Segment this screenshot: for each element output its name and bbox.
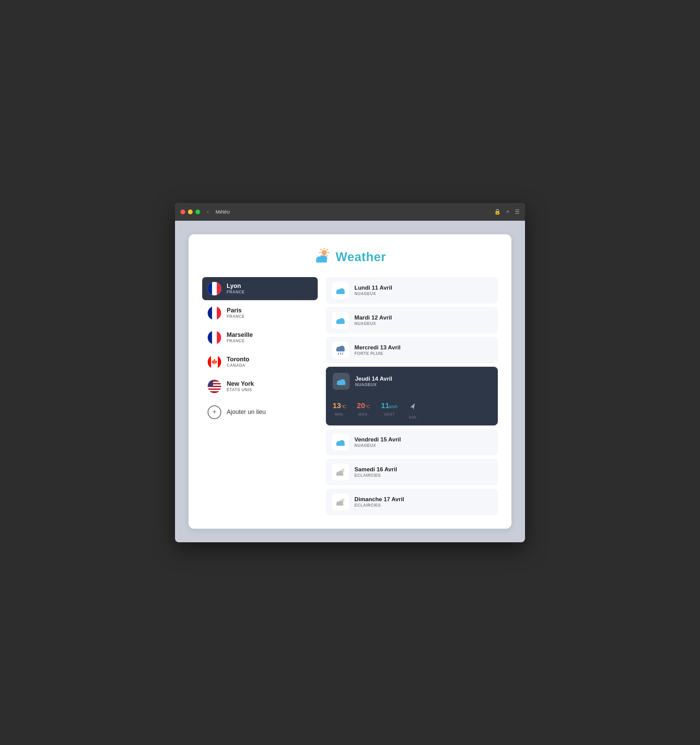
svg-rect-14 <box>208 282 212 295</box>
city-item-lyon[interactable]: Lyon FRANCE <box>202 277 318 300</box>
city-info-paris: Paris FRANCE <box>227 307 245 319</box>
forecast-thursday-top: Jeudi 14 Avril NUAGEUX <box>333 373 491 390</box>
svg-point-64 <box>339 471 343 475</box>
forecast-day-monday: Lundi 11 Avril <box>354 284 392 291</box>
svg-text:🍁: 🍁 <box>211 359 218 365</box>
city-info-toronto: Toronto CANADA <box>227 356 249 368</box>
lock-icon: 🔒 <box>494 208 501 215</box>
forecast-wednesday[interactable]: Mercredi 13 Avril FORTE PLUIE <box>326 337 498 364</box>
forecast-sunday[interactable]: Dimanche 17 Avril ECLAIRCIES <box>326 489 498 515</box>
forecast-day-friday: Vendredi 15 Avril <box>354 436 401 443</box>
rain-icon-wednesday <box>332 342 349 359</box>
add-location-button[interactable]: + Ajouter un lieu <box>202 401 318 424</box>
cloud-icon-thursday <box>333 373 350 390</box>
forecast-info-saturday: Samedi 16 Avril ECLAIRCIES <box>354 466 397 478</box>
city-item-toronto[interactable]: 🍁 Toronto CANADA <box>202 350 318 374</box>
svg-rect-60 <box>336 444 345 446</box>
browser-content: Weather <box>175 221 525 542</box>
close-button[interactable] <box>180 209 185 214</box>
city-list: Lyon FRANCE <box>202 277 318 515</box>
city-country-newyork: ÉTATS UNIS <box>227 387 254 392</box>
city-item-newyork[interactable]: New York ÉTATS UNIS <box>202 375 318 398</box>
city-country-marseille: FRANCE <box>227 338 253 343</box>
svg-rect-19 <box>217 306 221 320</box>
forecast-day-sunday: Dimanche 17 Avril <box>354 496 404 503</box>
maximize-button[interactable] <box>195 209 200 214</box>
cloud-icon-monday <box>332 282 349 299</box>
app-card: Weather <box>189 234 511 529</box>
svg-line-50 <box>338 353 339 355</box>
canada-flag-toronto: 🍁 <box>208 355 221 369</box>
svg-line-5 <box>321 249 321 250</box>
stat-wind-label: VENT <box>384 412 395 416</box>
city-item-marseille[interactable]: Marseille FRANCE <box>202 326 318 349</box>
stat-min-value: 13°C <box>333 401 346 410</box>
forecast-condition-wednesday: FORTE PLUIE <box>354 351 401 356</box>
svg-rect-12 <box>316 260 327 262</box>
france-flag-paris <box>208 306 221 320</box>
minimize-button[interactable] <box>188 209 193 214</box>
forecast-info-wednesday: Mercredi 13 Avril FORTE PLUIE <box>354 344 401 356</box>
france-flag-lyon <box>208 282 221 295</box>
city-name-paris: Paris <box>227 307 245 314</box>
city-name-lyon: Lyon <box>227 283 245 290</box>
svg-point-55 <box>340 379 345 384</box>
forecast-saturday[interactable]: Samedi 16 Avril ECLAIRCIES <box>326 459 498 485</box>
svg-rect-65 <box>336 474 343 476</box>
browser-title: Météo <box>216 209 490 215</box>
svg-line-7 <box>327 249 328 250</box>
back-button[interactable]: ‹ <box>207 209 208 215</box>
forecast-monday[interactable]: Lundi 11 Avril NUAGEUX <box>326 277 498 304</box>
forecast-condition-monday: NUAGEUX <box>354 291 392 296</box>
svg-rect-56 <box>337 383 345 385</box>
add-location-label: Ajouter un lieu <box>227 408 266 416</box>
city-item-paris[interactable]: Paris FRANCE <box>202 302 318 325</box>
stat-wind-value: 11kh/h <box>381 401 397 410</box>
svg-point-40 <box>339 288 345 293</box>
forecast-day-thursday: Jeudi 14 Avril <box>355 375 392 382</box>
forecast-thursday[interactable]: Jeudi 14 Avril NUAGEUX 13°C MIN. 20°C <box>326 367 498 425</box>
cloud-icon-tuesday <box>332 312 349 329</box>
svg-rect-34 <box>208 390 221 391</box>
city-name-toronto: Toronto <box>227 356 249 363</box>
city-country-toronto: CANADA <box>227 363 249 368</box>
stat-max-label: MAX. <box>358 412 369 416</box>
traffic-lights <box>180 209 200 214</box>
city-country-lyon: FRANCE <box>227 290 245 295</box>
svg-rect-15 <box>217 282 221 295</box>
city-name-marseille: Marseille <box>227 331 253 338</box>
forecast-condition-sunday: ECLAIRCIES <box>354 503 404 508</box>
svg-rect-70 <box>336 504 343 506</box>
city-country-paris: FRANCE <box>227 314 245 319</box>
forecast-tuesday[interactable]: Mardi 12 Avril NUAGEUX <box>326 307 498 334</box>
svg-point-44 <box>339 318 345 323</box>
forecast-friday[interactable]: Vendredi 15 Avril NUAGEUX <box>326 429 498 455</box>
cloudsun-icon-sunday <box>332 494 349 510</box>
svg-rect-26 <box>208 355 211 369</box>
forecast-condition-thursday: NUAGEUX <box>355 382 392 387</box>
app-title: Weather <box>336 250 386 264</box>
svg-point-59 <box>339 440 345 445</box>
svg-rect-49 <box>336 350 345 352</box>
add-tab-icon[interactable]: + <box>506 208 510 215</box>
stat-min: 13°C MIN. <box>333 401 346 419</box>
forecast-condition-friday: NUAGEUX <box>354 443 401 448</box>
svg-rect-27 <box>218 355 221 369</box>
stat-dir: DIR. <box>408 401 418 419</box>
stat-min-label: MIN. <box>335 412 343 416</box>
forecast-info-thursday: Jeudi 14 Avril NUAGEUX <box>355 375 392 387</box>
forecast-day-tuesday: Mardi 12 Avril <box>354 314 392 321</box>
svg-rect-41 <box>336 292 345 294</box>
svg-line-51 <box>340 353 341 355</box>
stat-dir-icon <box>408 401 418 413</box>
header-weather-icon <box>314 248 332 266</box>
menu-icon[interactable]: ☰ <box>515 208 520 215</box>
stat-wind: 11kh/h VENT <box>381 401 397 419</box>
city-info-newyork: New York ÉTATS UNIS <box>227 380 254 392</box>
forecast-day-wednesday: Mercredi 13 Avril <box>354 344 401 351</box>
app-body: Lyon FRANCE <box>202 277 498 515</box>
app-header: Weather <box>202 248 498 266</box>
svg-point-69 <box>339 501 343 504</box>
city-info-marseille: Marseille FRANCE <box>227 331 253 343</box>
forecast-info-tuesday: Mardi 12 Avril NUAGEUX <box>354 314 392 326</box>
